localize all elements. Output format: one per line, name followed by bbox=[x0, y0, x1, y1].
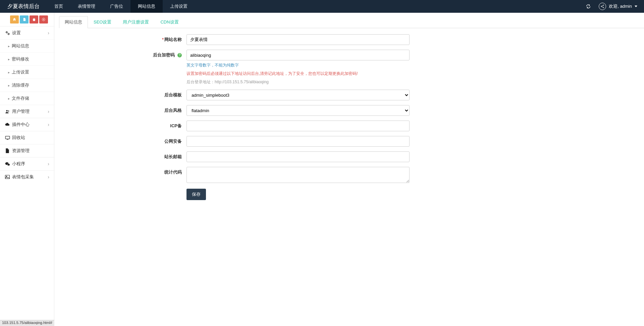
cloud-icon bbox=[4, 123, 11, 127]
sidebar-label: 设置 bbox=[12, 30, 48, 36]
label-icp: ICP备 bbox=[59, 121, 186, 129]
refresh-icon bbox=[586, 4, 591, 9]
tab-site-info[interactable]: 网站信息 bbox=[59, 16, 88, 28]
svg-line-4 bbox=[602, 7, 603, 7]
file-icon bbox=[22, 17, 26, 21]
settings-submenu: 网站信息 密码修改 上传设置 清除缓存 文件存储 bbox=[0, 39, 54, 105]
tab-register[interactable]: 用户注册设置 bbox=[117, 16, 155, 28]
select-admin-tpl[interactable]: admin_simpleboot3 bbox=[186, 90, 410, 100]
input-admin-email[interactable] bbox=[186, 151, 410, 162]
sidebar-item-users[interactable]: 用户管理 › bbox=[0, 105, 54, 118]
help-icon[interactable]: ? bbox=[177, 53, 182, 57]
chevron-right-icon: › bbox=[48, 109, 49, 114]
gears-icon bbox=[4, 31, 11, 36]
svg-point-15 bbox=[6, 176, 7, 177]
label-admin-email: 站长邮箱 bbox=[59, 151, 186, 160]
help-text-1: 英文字母数字，不能为纯数字 bbox=[186, 62, 410, 68]
share-icon bbox=[599, 3, 606, 10]
settings-form: *网站名称 后台加密码 ? 英文字母数字，不能为纯数字 设置加密码后必须通过以下… bbox=[54, 34, 420, 218]
input-icp[interactable] bbox=[186, 121, 410, 131]
chevron-right-icon: › bbox=[48, 122, 49, 127]
input-gongan[interactable] bbox=[186, 136, 410, 147]
image-icon bbox=[4, 175, 11, 179]
input-admin-code[interactable] bbox=[186, 50, 410, 60]
gear-icon bbox=[42, 17, 46, 21]
sidebar-item-collect[interactable]: 表情包采集 › bbox=[0, 171, 54, 183]
caret-down-icon bbox=[635, 5, 637, 8]
main-content: 网站信息 SEO设置 用户注册设置 CDN设置 *网站名称 后台加密码 ? 英文… bbox=[54, 13, 644, 320]
chevron-right-icon: › bbox=[48, 30, 49, 36]
help-text-3: 后台登录地址：http://103.151.5.75/alibiaoqing bbox=[186, 79, 410, 85]
label-admin-code: 后台加密码 ? bbox=[59, 50, 186, 58]
label-site-name: *网站名称 bbox=[59, 34, 186, 43]
svg-point-6 bbox=[6, 32, 7, 33]
sidebar-label: 资源管理 bbox=[12, 148, 49, 154]
input-site-name[interactable] bbox=[186, 34, 410, 45]
home-icon bbox=[12, 17, 16, 21]
sidebar-label: 表情包采集 bbox=[12, 174, 48, 180]
sidebar-item-plugins[interactable]: 插件中心 › bbox=[0, 118, 54, 131]
tool-trash-button[interactable] bbox=[30, 15, 38, 24]
sidebar-menu: 设置 › 网站信息 密码修改 上传设置 清除缓存 文件存储 用户管理 bbox=[0, 26, 54, 183]
label-admin-tpl: 后台模板 bbox=[59, 90, 186, 98]
submenu-password[interactable]: 密码修改 bbox=[0, 52, 54, 65]
svg-point-9 bbox=[8, 110, 9, 111]
help-text-2: 设置加密码后必须通过以下地址访问后台,清劳记此地址，为了安全，您也可以定期更换此… bbox=[186, 71, 410, 77]
submenu-upload[interactable]: 上传设置 bbox=[0, 65, 54, 79]
tool-gear-button[interactable] bbox=[39, 15, 48, 24]
trash-icon bbox=[32, 17, 36, 21]
topnav-site-info[interactable]: 网站信息 bbox=[130, 0, 163, 13]
topnav-emoji-manage[interactable]: 表情管理 bbox=[70, 0, 103, 13]
svg-point-0 bbox=[603, 5, 604, 6]
brand-title: 夕夏表情后台 bbox=[0, 3, 47, 10]
topnav-upload[interactable]: 上传设置 bbox=[163, 0, 195, 13]
svg-point-7 bbox=[8, 33, 9, 35]
tool-file-button[interactable] bbox=[20, 15, 29, 24]
sidebar-label: 小程序 bbox=[12, 161, 48, 167]
desktop-icon bbox=[4, 136, 11, 140]
topnav-home[interactable]: 首页 bbox=[47, 0, 70, 13]
textarea-stats-code[interactable] bbox=[186, 167, 410, 183]
welcome-text: 欢迎, admin bbox=[609, 3, 632, 9]
top-nav: 首页 表情管理 广告位 网站信息 上传设置 bbox=[47, 0, 195, 13]
save-button[interactable]: 保存 bbox=[186, 189, 206, 200]
chevron-right-icon: › bbox=[48, 174, 49, 180]
user-menu[interactable]: 欢迎, admin bbox=[597, 0, 639, 13]
top-right: 欢迎, admin bbox=[583, 0, 644, 13]
tab-cdn[interactable]: CDN设置 bbox=[155, 16, 184, 28]
svg-line-3 bbox=[602, 5, 603, 6]
submenu-clear-cache[interactable]: 清除缓存 bbox=[0, 79, 54, 92]
topnav-ads[interactable]: 广告位 bbox=[103, 0, 130, 13]
sidebar-item-miniprogram[interactable]: 小程序 › bbox=[0, 157, 54, 170]
svg-point-1 bbox=[601, 6, 602, 7]
svg-point-8 bbox=[6, 110, 7, 111]
wechat-icon bbox=[4, 162, 11, 166]
tool-home-button[interactable] bbox=[10, 15, 19, 24]
toolbar-buttons bbox=[0, 13, 54, 26]
svg-point-2 bbox=[603, 7, 604, 8]
label-stats-code: 统计代码 bbox=[59, 167, 186, 175]
top-navbar: 夕夏表情后台 首页 表情管理 广告位 网站信息 上传设置 欢迎, admin bbox=[0, 0, 644, 13]
sidebar-item-recycle[interactable]: 回收站 bbox=[0, 131, 54, 144]
sidebar: 设置 › 网站信息 密码修改 上传设置 清除缓存 文件存储 用户管理 bbox=[0, 13, 54, 320]
label-admin-style: 后台风格 bbox=[59, 105, 186, 113]
sidebar-item-settings[interactable]: 设置 › bbox=[0, 27, 54, 39]
chevron-right-icon: › bbox=[48, 161, 49, 167]
sidebar-label: 回收站 bbox=[12, 135, 49, 141]
document-icon bbox=[4, 148, 11, 153]
label-gongan: 公网安备 bbox=[59, 136, 186, 144]
sidebar-label: 插件中心 bbox=[12, 122, 48, 128]
refresh-button[interactable] bbox=[583, 0, 594, 13]
sidebar-item-resources[interactable]: 资源管理 bbox=[0, 144, 54, 157]
content-tabs: 网站信息 SEO设置 用户注册设置 CDN设置 bbox=[59, 16, 644, 28]
submenu-file-storage[interactable]: 文件存储 bbox=[0, 92, 54, 105]
sidebar-label: 用户管理 bbox=[12, 108, 48, 114]
tab-seo[interactable]: SEO设置 bbox=[88, 16, 117, 28]
submenu-site-info[interactable]: 网站信息 bbox=[0, 39, 54, 52]
select-admin-style[interactable]: flatadmin bbox=[186, 105, 410, 116]
users-icon bbox=[4, 109, 11, 114]
svg-rect-10 bbox=[5, 136, 10, 139]
svg-point-5 bbox=[43, 19, 44, 20]
svg-point-13 bbox=[7, 164, 10, 166]
